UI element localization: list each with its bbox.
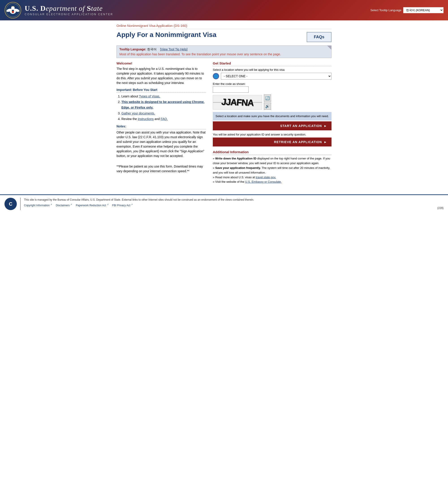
- two-column-layout: Welcome! The first step in applying for …: [116, 61, 332, 184]
- external-link-icon: ↗: [50, 203, 52, 206]
- audio-captcha-button[interactable]: 🔊: [264, 103, 271, 110]
- notes-heading: Notes:: [116, 125, 206, 129]
- location-select[interactable]: - SELECT ONE -: [221, 73, 332, 80]
- embassy-consulate-link[interactable]: U.S. Embassy or Consulate.: [245, 180, 281, 183]
- copyright-info-label: Copyright Information: [24, 204, 50, 207]
- footer-seal-letter: C: [9, 201, 13, 207]
- additional-info-item2: » Save your application frequently. The …: [213, 166, 332, 175]
- gather-documents-link[interactable]: Gather your documents.: [121, 112, 155, 115]
- footer-text-block: This site is managed by the Bureau of Co…: [24, 198, 434, 207]
- refresh-captcha-button[interactable]: 🔄: [264, 95, 271, 102]
- dos-seal: ★★★: [4, 2, 21, 19]
- embassy-text: Visit the website of the: [215, 180, 245, 183]
- captcha-label: Enter the code as shown:: [213, 82, 332, 86]
- tooltip-lang-value: 한국어: [147, 48, 157, 51]
- external-link-icon: ↗: [70, 203, 72, 206]
- captcha-section: Enter the code as shown: JJAFNA 🔄 🔊: [213, 82, 332, 110]
- app-id-strong: Write down the Application ID: [215, 157, 256, 160]
- captcha-text: JJAFNA: [221, 96, 254, 108]
- external-link-icon: ↗: [131, 203, 133, 206]
- fbi-privacy-link[interactable]: FBI Privacy Act ↗: [112, 203, 133, 207]
- department-name: U.S. Department of State: [25, 4, 113, 12]
- travel-site-text: Read more about U.S. visas at: [215, 175, 256, 179]
- svg-rect-7: [12, 10, 14, 11]
- retrieve-btn-label: RETRIEVE AN APPLICATION: [274, 140, 322, 144]
- paperwork-reduction-link[interactable]: Paperwork Reduction Act ↗: [76, 203, 108, 207]
- get-started-heading: Get Started: [213, 61, 332, 66]
- location-select-row: 🌐 - SELECT ONE -: [213, 73, 332, 80]
- disclaimers-label: Disclaimers: [56, 204, 70, 207]
- tooltip-lang-line: Tooltip Language: 한국어 [View Tool Tip Hel…: [119, 48, 329, 52]
- footer-page-number: (229): [437, 207, 444, 210]
- list-item: This website is designed to be accessed …: [121, 99, 206, 111]
- additional-info-item3: » Read more about U.S. visas at travel.s…: [213, 175, 332, 180]
- before-start-heading: Important: Before You Start: [116, 88, 206, 93]
- list-item: Learn about Types of Visas.: [121, 94, 206, 99]
- start-btn-label: START AN APPLICATION: [280, 124, 322, 128]
- notes-text: Other people can assist you with your vi…: [116, 130, 206, 158]
- tooltip-language-select[interactable]: 한국어 (KOREAN) English Español Français De…: [403, 7, 444, 13]
- retrieve-application-button[interactable]: RETRIEVE AN APPLICATION ►: [213, 137, 332, 146]
- view-tooltip-help-link[interactable]: [View Tool Tip Help]: [160, 48, 187, 51]
- svg-text:★★★: ★★★: [11, 6, 15, 7]
- site-header: ★★★ U.S. Department of State CONSULAR EL…: [0, 0, 448, 20]
- breadcrumb: Online Nonimmigrant Visa Application (DS…: [116, 24, 332, 29]
- welcome-heading: Welcome!: [116, 61, 206, 65]
- lang-label: Select Tooltip Language: [370, 8, 401, 12]
- list-item: Review the instructions and FAQ.: [121, 116, 206, 122]
- sub-title: CONSULAR ELECTRONIC APPLICATION CENTER: [25, 13, 113, 16]
- retrieve-arrow-icon: ►: [324, 140, 327, 144]
- breadcrumb-link[interactable]: Online Nonimmigrant Visa Application (DS…: [116, 24, 187, 28]
- start-application-button[interactable]: START AN APPLICATION ►: [213, 121, 332, 130]
- tooltip-banner: Tooltip Language: 한국어 [View Tool Tip Hel…: [116, 46, 332, 58]
- tooltip-lang-label: Tooltip Language:: [119, 48, 146, 51]
- captcha-image: JJAFNA: [213, 95, 262, 110]
- main-content: Online Nonimmigrant Visa Application (DS…: [112, 20, 336, 188]
- save-app-strong: Save your application frequently.: [215, 166, 261, 169]
- steps-list: Learn about Types of Visas. This website…: [116, 94, 206, 122]
- info-box: Select a location and make sure you have…: [213, 112, 332, 120]
- location-label: Select a location where you will be appl…: [213, 68, 332, 72]
- captcha-image-row: JJAFNA 🔄 🔊: [213, 95, 332, 110]
- globe-icon: 🌐: [213, 73, 219, 79]
- language-selector-block: Select Tooltip Language 한국어 (KOREAN) Eng…: [370, 7, 444, 13]
- disclaimers-link[interactable]: Disclaimers ↗: [56, 203, 72, 207]
- left-column: Welcome! The first step in applying for …: [116, 61, 206, 176]
- right-column: Get Started Select a location where you …: [213, 61, 332, 184]
- captcha-buttons: 🔄 🔊: [264, 95, 271, 110]
- additional-info-item1: » Write down the Application ID displaye…: [213, 156, 332, 166]
- list-item: Gather your documents.: [121, 111, 206, 116]
- faq-button[interactable]: FAQs: [307, 32, 332, 42]
- footer-seal: C: [4, 198, 17, 210]
- start-arrow-icon: ►: [324, 124, 327, 128]
- fbi-privacy-label: FBI Privacy Act: [112, 204, 130, 207]
- additional-info-item4: » Visit the website of the U.S. Embassy …: [213, 180, 332, 184]
- page-title: Apply For a Nonimmigrant Visa: [116, 31, 216, 39]
- faq-link[interactable]: FAQ.: [161, 117, 168, 121]
- site-footer: C This site is managed by the Bureau of …: [0, 194, 448, 213]
- external-link-icon: ↗: [107, 203, 109, 206]
- page-header-row: Apply For a Nonimmigrant Visa FAQs: [116, 31, 332, 42]
- instructions-link[interactable]: instructions: [138, 117, 154, 121]
- captcha-input[interactable]: [213, 87, 249, 93]
- header-title-block: U.S. Department of State CONSULAR ELECTR…: [25, 4, 113, 16]
- types-of-visas-link[interactable]: Types of Visas.: [139, 95, 160, 98]
- notes-text2: **Please be patient as you use this form…: [116, 164, 206, 174]
- additional-info-heading: Additional Information: [213, 150, 332, 155]
- welcome-paragraph: The first step in applying for a U.S. no…: [116, 66, 206, 85]
- retrieve-section-text: You will be asked for your application I…: [213, 133, 332, 137]
- footer-main-text: This site is managed by the Bureau of Co…: [24, 198, 434, 202]
- footer-divider: [20, 198, 21, 210]
- additional-info-text: » Write down the Application ID displaye…: [213, 156, 332, 184]
- tooltip-translated-message: Most of this application has been transl…: [119, 52, 329, 56]
- paperwork-label: Paperwork Reduction Act: [76, 204, 106, 207]
- website-browser-link[interactable]: This website is designed to be accessed …: [121, 100, 205, 109]
- footer-links: Copyright Information ↗ Disclaimers ↗ Pa…: [24, 203, 434, 207]
- travel-state-gov-link[interactable]: travel.state.gov.: [256, 175, 276, 179]
- copyright-info-link[interactable]: Copyright Information ↗: [24, 203, 52, 207]
